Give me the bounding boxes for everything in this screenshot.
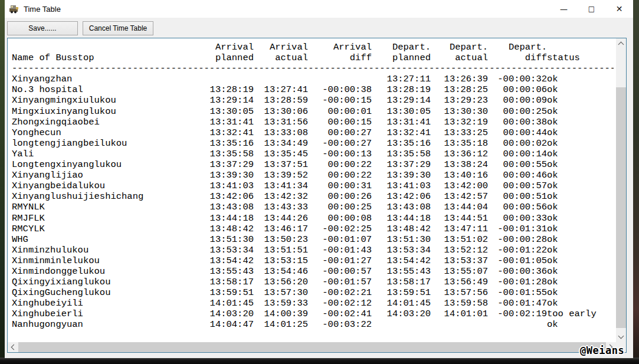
depart-planned-cell: 13:39:30 <box>372 170 431 181</box>
vertical-scrollbar[interactable] <box>616 38 626 342</box>
depart-diff-cell: 00:00:06 <box>488 84 547 95</box>
arrival-planned-cell: 13:53:34 <box>209 245 254 255</box>
arrival-planned-cell: 13:42:06 <box>209 191 254 202</box>
table-row[interactable]: RMYNLK 13:43:08 13:43:33 00:00:25 13:43:… <box>12 202 614 212</box>
status-cell: ok <box>547 213 614 224</box>
depart-planned-cell: 13:35:58 <box>372 149 431 159</box>
horizontal-scrollbar[interactable] <box>8 342 616 352</box>
depart-actual-cell: 13:35:18 <box>431 138 488 149</box>
arrival-planned-cell: 14:01:45 <box>209 298 254 309</box>
depart-actual-cell: 14:01:01 <box>431 309 488 319</box>
table-row[interactable]: QixingGuchenglukou 13:59:51 13:57:30 -00… <box>12 287 614 298</box>
depart-diff-cell: -00:01:55 <box>488 287 547 298</box>
busstop-name-cell: Xinminzhulukou <box>12 245 209 255</box>
table-row[interactable]: Qixingyixianglukou 13:58:17 13:56:20 -00… <box>12 277 614 287</box>
depart-planned-cell: 13:32:41 <box>372 127 431 138</box>
arrival-actual-cell: 13:35:45 <box>254 149 308 159</box>
table-row[interactable]: Xinghubeierli 14:03:20 14:00:39 -00:02:4… <box>12 309 614 319</box>
depart-planned-cell: 13:51:30 <box>372 234 431 245</box>
table-row[interactable]: Xinmindonggelukou 13:55:43 13:54:46 -00:… <box>12 266 614 277</box>
status-cell: ok <box>547 170 614 181</box>
depart-diff-cell: -00:00:28 <box>488 234 547 245</box>
header-diff-arr: diff <box>308 53 372 63</box>
header-arrival-3: Arrival <box>308 42 372 53</box>
maximize-icon: □ <box>588 5 595 13</box>
busstop-name-cell: RMJFLK <box>12 213 209 224</box>
timetable-list-content: Arrival Arrival Arrival Depart. Depart. … <box>8 38 616 342</box>
arrival-diff-cell: -00:01:57 <box>308 277 372 287</box>
table-row[interactable]: Xinyangmingxiulukou 13:29:14 13:28:59 -0… <box>12 95 614 106</box>
busstop-name-cell: Xinyangzhan <box>12 74 209 84</box>
table-row[interactable]: No.3 hospital 13:28:19 13:27:41 -00:00:3… <box>12 84 614 95</box>
table-row[interactable]: Longtengxinyanglukou 13:37:29 13:37:51 0… <box>12 159 614 170</box>
cancel-timetable-button[interactable]: Cancel Time Table <box>83 21 153 35</box>
depart-actual-cell: 13:29:23 <box>431 95 488 106</box>
busstop-name-cell: Zhongxingqiaobei <box>12 117 209 127</box>
close-button[interactable]: ✕ <box>605 0 633 18</box>
depart-actual-cell: 13:57:56 <box>431 287 488 298</box>
table-row[interactable]: Yonghecun 13:32:41 13:33:08 00:00:27 13:… <box>12 127 614 138</box>
depart-planned-cell: 13:48:42 <box>372 224 431 234</box>
header-arrival-2: Arrival <box>254 42 308 53</box>
arrival-diff-cell: -00:00:27 <box>308 138 372 149</box>
depart-diff-cell: -00:00:36 <box>488 266 547 277</box>
arrival-actual-cell: 13:41:34 <box>254 181 308 191</box>
arrival-planned-cell: 13:54:42 <box>209 255 254 266</box>
arrival-actual-cell: 13:51:51 <box>254 245 308 255</box>
app-icon <box>9 4 19 14</box>
depart-planned-cell: 13:59:51 <box>372 287 431 298</box>
busstop-name-cell: QixingGuchenglukou <box>12 287 209 298</box>
arrival-actual-cell: 13:31:56 <box>254 117 308 127</box>
table-row[interactable]: WHG 13:51:30 13:50:23 -00:01:07 13:51:30… <box>12 234 614 245</box>
table-row[interactable]: Xinyanglushuijieshichang 13:42:06 13:42:… <box>12 191 614 202</box>
status-cell: ok <box>547 234 614 245</box>
titlebar[interactable]: Time Table — □ ✕ <box>5 0 633 18</box>
table-row[interactable]: Xinminzhulukou 13:53:34 13:51:51 -00:01:… <box>12 245 614 255</box>
table-row[interactable]: Xinminminlelukou 13:54:42 13:53:15 -00:0… <box>12 255 614 266</box>
table-row[interactable]: Nanhugongyuan 14:04:47 14:01:25 -00:03:2… <box>12 319 614 330</box>
arrival-diff-cell: -00:01:07 <box>308 234 372 245</box>
table-row[interactable]: Xinyanglijiao 13:39:30 13:39:52 00:00:22… <box>12 170 614 181</box>
busstop-name-cell: Xinyanglushuijieshichang <box>12 191 209 202</box>
depart-planned-cell <box>372 319 431 330</box>
desktop-background-bottom <box>0 358 639 364</box>
maximize-button[interactable]: □ <box>578 0 605 18</box>
arrival-diff-cell: -00:03:22 <box>308 319 372 330</box>
arrival-diff-cell: -00:00:38 <box>308 84 372 95</box>
horizontal-scrollbar-thumb[interactable] <box>18 342 608 352</box>
arrival-diff-cell: -00:00:15 <box>308 95 372 106</box>
table-row[interactable]: RMJFLK 13:44:18 13:44:26 00:00:08 13:44:… <box>12 213 614 224</box>
table-row[interactable]: Xinyangzhan 13:27:11 13:26:39 -00:00:32 … <box>12 74 614 84</box>
minimize-icon: — <box>560 5 568 14</box>
arrival-actual-cell: 14:01:25 <box>254 319 308 330</box>
scroll-up-button[interactable] <box>616 38 626 48</box>
depart-actual-cell: 13:42:57 <box>431 191 488 202</box>
depart-actual-cell: 13:33:25 <box>431 127 488 138</box>
vertical-scrollbar-thumb[interactable] <box>616 87 626 328</box>
table-row[interactable]: Mingxiuxinyanglukou 13:30:05 13:30:06 00… <box>12 106 614 117</box>
timetable-list[interactable]: Arrival Arrival Arrival Depart. Depart. … <box>7 38 627 353</box>
arrival-actual-cell: 13:37:51 <box>254 159 308 170</box>
table-row[interactable]: Yali 13:35:58 13:35:45 -00:00:13 13:35:5… <box>12 149 614 159</box>
arrival-planned-cell: 13:29:14 <box>209 95 254 106</box>
depart-diff-cell: -00:01:28 <box>488 277 547 287</box>
scroll-left-button[interactable] <box>8 342 18 352</box>
depart-planned-cell: 13:28:19 <box>372 84 431 95</box>
timetable-rows: Xinyangzhan 13:27:11 13:26:39 -00:00:32 … <box>12 74 614 330</box>
minimize-button[interactable]: — <box>550 0 578 18</box>
table-row[interactable]: Zhongxingqiaobei 13:31:41 13:31:56 00:00… <box>12 117 614 127</box>
table-row[interactable]: RMCYLK 13:48:42 13:46:17 -00:02:25 13:48… <box>12 224 614 234</box>
busstop-name-cell: Xinghubeiyili <box>12 298 209 309</box>
scroll-down-button[interactable] <box>616 332 626 342</box>
depart-diff-cell: 00:00:33 <box>488 213 547 224</box>
save-button[interactable]: Save...... <box>7 21 78 35</box>
depart-diff-cell: 00:00:57 <box>488 181 547 191</box>
table-row[interactable]: longtengjiangbeilukou 13:35:16 13:34:49 … <box>12 138 614 149</box>
desktop-background-left <box>0 0 5 364</box>
arrival-actual-cell: 13:39:52 <box>254 170 308 181</box>
table-row[interactable]: Xinyangbeidalukou 13:41:03 13:41:34 00:0… <box>12 181 614 191</box>
depart-actual-cell: 13:42:00 <box>431 181 488 191</box>
status-cell: ok <box>547 106 614 117</box>
table-row[interactable]: Xinghubeiyili 14:01:45 13:59:33 -00:02:1… <box>12 298 614 309</box>
arrival-diff-cell: -00:02:21 <box>308 287 372 298</box>
